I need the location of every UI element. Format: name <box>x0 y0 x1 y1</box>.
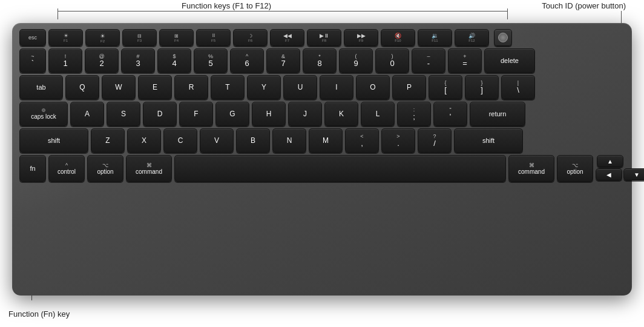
key-f3[interactable]: ⊟ F3 <box>122 29 157 46</box>
key-f1[interactable]: ☀ F1 <box>48 29 83 46</box>
key-shift-left[interactable]: shift <box>19 128 88 153</box>
keyboard: esc ☀ F1 ☀ F2 ⊟ F3 ⊞ F4 ⠿ F5 ☽ F6 <box>12 23 632 296</box>
key-tilde[interactable]: ~ ` <box>19 48 46 73</box>
key-y[interactable]: Y <box>247 75 281 99</box>
key-minus[interactable]: – - <box>412 48 445 73</box>
key-2[interactable]: @ 2 <box>85 48 119 73</box>
key-arrow-left[interactable]: ◀ <box>596 168 622 180</box>
key-0[interactable]: ) 0 <box>375 48 409 73</box>
key-a[interactable]: A <box>70 102 104 126</box>
bracket-right-line <box>507 8 508 13</box>
key-g[interactable]: G <box>215 102 249 126</box>
key-return[interactable]: return <box>470 102 525 126</box>
key-f[interactable]: F <box>179 102 213 126</box>
tab-row: tab Q W E R T Y U I O P { [ } ] | \ <box>19 75 625 99</box>
key-f7[interactable]: ◀◀ F7 <box>270 29 304 46</box>
key-fn[interactable]: fn <box>19 155 46 182</box>
bracket-left-line <box>58 8 58 13</box>
key-slash[interactable]: ? / <box>418 128 452 153</box>
key-z[interactable]: Z <box>91 128 125 153</box>
key-f12[interactable]: 🔊 F12 <box>455 29 489 46</box>
key-d[interactable]: D <box>143 102 177 126</box>
key-t[interactable]: T <box>211 75 245 99</box>
key-command-right[interactable]: ⌘ command <box>508 155 554 182</box>
key-e[interactable]: E <box>138 75 172 99</box>
key-f6[interactable]: ☽ F6 <box>233 29 268 46</box>
touchid-label: Touch ID (power button) <box>542 1 626 10</box>
key-arrow-up[interactable]: ▲ <box>597 155 623 167</box>
key-u[interactable]: U <box>283 75 317 99</box>
key-x[interactable]: X <box>127 128 161 153</box>
key-bracket-close[interactable]: } ] <box>465 75 499 99</box>
key-f8[interactable]: ▶⏸ F8 <box>307 29 341 46</box>
key-4[interactable]: $ 4 <box>157 48 191 73</box>
bottom-row: fn ^ control ⌥ option ⌘ command ⌘ comman… <box>19 155 625 182</box>
key-o[interactable]: O <box>356 75 390 99</box>
key-f10[interactable]: 🔇 F10 <box>381 29 415 46</box>
key-f2[interactable]: ☀ F2 <box>85 29 120 46</box>
key-tab[interactable]: tab <box>19 75 63 99</box>
key-s[interactable]: S <box>107 102 140 126</box>
key-delete[interactable]: delete <box>484 48 535 73</box>
key-5[interactable]: % 5 <box>194 48 228 73</box>
function-keys-bracket <box>58 11 508 19</box>
key-option-right[interactable]: ⌥ option <box>557 155 593 182</box>
fn-row: esc ☀ F1 ☀ F2 ⊟ F3 ⊞ F4 ⠿ F5 ☽ F6 <box>19 29 625 46</box>
key-i[interactable]: I <box>320 75 353 99</box>
key-semicolon[interactable]: : ; <box>397 102 431 126</box>
key-f11[interactable]: 🔉 F11 <box>418 29 452 46</box>
key-arrow-down[interactable]: ▼ <box>623 168 644 180</box>
key-bracket-open[interactable]: { [ <box>429 75 462 99</box>
function-keys-label: Function keys (F1 to F12) <box>182 1 271 10</box>
key-control[interactable]: ^ control <box>48 155 85 182</box>
key-option-left[interactable]: ⌥ option <box>87 155 123 182</box>
key-esc[interactable]: esc <box>19 29 46 46</box>
key-h[interactable]: H <box>252 102 286 126</box>
fn-key-label: Function (Fn) key <box>8 309 70 319</box>
key-shift-right[interactable]: shift <box>454 128 523 153</box>
key-f4[interactable]: ⊞ F4 <box>159 29 194 46</box>
key-p[interactable]: P <box>392 75 426 99</box>
key-l[interactable]: L <box>361 102 395 126</box>
key-m[interactable]: M <box>309 128 343 153</box>
key-period[interactable]: > . <box>381 128 415 153</box>
key-1[interactable]: ! 1 <box>48 48 82 73</box>
key-quote[interactable]: " ' <box>433 102 467 126</box>
key-r[interactable]: R <box>174 75 208 99</box>
key-v[interactable]: V <box>200 128 234 153</box>
num-row: ~ ` ! 1 @ 2 # 3 $ 4 % 5 ^ 6 & 7 <box>19 48 625 73</box>
key-touchid[interactable] <box>494 29 512 46</box>
key-command-left[interactable]: ⌘ command <box>126 155 172 182</box>
key-q[interactable]: Q <box>65 75 99 99</box>
key-equals[interactable]: + = <box>448 48 482 73</box>
key-c[interactable]: C <box>163 128 197 153</box>
key-9[interactable]: ( 9 <box>339 48 373 73</box>
key-3[interactable]: # 3 <box>121 48 155 73</box>
key-f9[interactable]: ▶▶ F9 <box>344 29 378 46</box>
shift-row: shift Z X C V B N M < , > . ? / shift <box>19 128 625 153</box>
key-f5[interactable]: ⠿ F5 <box>196 29 231 46</box>
key-n[interactable]: N <box>272 128 306 153</box>
key-comma[interactable]: < , <box>345 128 379 153</box>
key-j[interactable]: J <box>288 102 322 126</box>
key-k[interactable]: K <box>324 102 358 126</box>
key-backslash[interactable]: | \ <box>501 75 535 99</box>
touchid-dot <box>498 33 508 42</box>
key-6[interactable]: ^ 6 <box>230 48 264 73</box>
key-capslock[interactable]: caps lock <box>19 102 68 126</box>
key-w[interactable]: W <box>102 75 136 99</box>
key-8[interactable]: * 8 <box>303 48 337 73</box>
key-space[interactable] <box>174 155 506 182</box>
key-7[interactable]: & 7 <box>266 48 300 73</box>
key-b[interactable]: B <box>236 128 270 153</box>
caps-row: caps lock A S D F G H J K L : ; " ' retu… <box>19 102 625 126</box>
capslock-indicator <box>42 108 45 112</box>
arrow-cluster: ▲ ◀ ▼ ▶ <box>596 155 625 182</box>
